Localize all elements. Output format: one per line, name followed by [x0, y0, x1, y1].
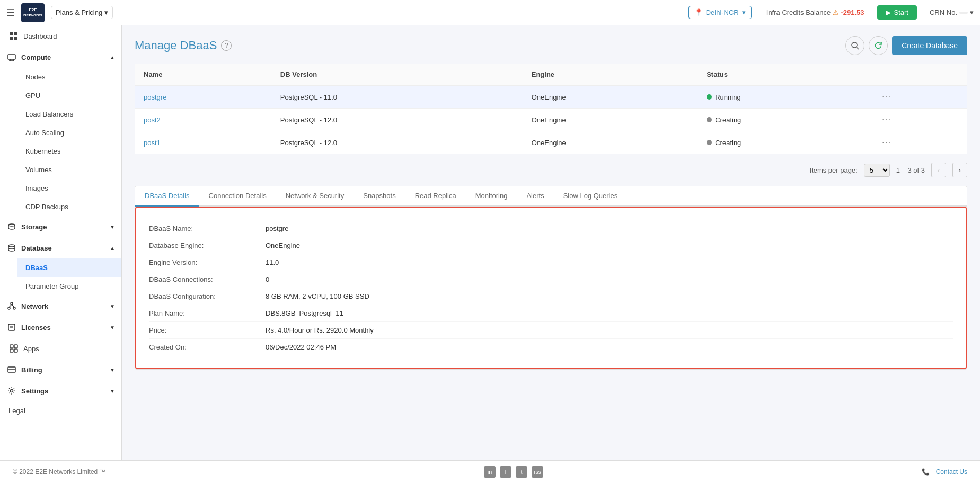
sidebar-item-dashboard[interactable]: Dashboard: [0, 25, 121, 47]
more-options-button[interactable]: ···: [882, 115, 892, 124]
sidebar-section-storage[interactable]: Storage ▼: [0, 216, 121, 237]
start-icon: ▶: [886, 8, 891, 16]
details-panel: DBaaS Name: postgre Database Engine: One…: [135, 207, 967, 369]
tab-snapshots[interactable]: Snapshots: [354, 186, 405, 207]
status-label: Running: [715, 93, 740, 101]
svg-point-12: [13, 307, 15, 309]
start-button[interactable]: ▶ Start: [877, 5, 917, 20]
search-button[interactable]: [845, 36, 864, 55]
tab-connection-details[interactable]: Connection Details: [199, 186, 276, 207]
plans-pricing-label: Plans & Pricing: [56, 8, 102, 16]
detail-label: Price:: [149, 326, 266, 334]
cell-status: Running: [698, 85, 873, 109]
detail-label: Engine Version:: [149, 258, 266, 266]
items-per-page-label: Items per page:: [809, 166, 857, 174]
sidebar-item-cdp-backups[interactable]: CDP Backups: [17, 198, 121, 216]
svg-rect-3: [14, 37, 17, 40]
cell-more[interactable]: ···: [873, 85, 967, 109]
sidebar-item-volumes[interactable]: Volumes: [17, 160, 121, 179]
crn-value: [959, 12, 968, 14]
topbar: ☰ E2E Networks Plans & Pricing ▾ 📍 Delhi…: [0, 0, 980, 25]
twitter-icon[interactable]: t: [516, 466, 527, 478]
pagination-next-button[interactable]: ›: [952, 163, 967, 177]
items-per-page-select[interactable]: 5 10 25: [864, 164, 890, 177]
cell-name[interactable]: post1: [135, 131, 272, 154]
cell-more[interactable]: ···: [873, 131, 967, 154]
footer: © 2022 E2E Networks Limited ™ in f t rss…: [0, 460, 980, 483]
table-row[interactable]: post1 PostgreSQL - 12.0 OneEngine Creati…: [135, 131, 967, 154]
table-row[interactable]: postgre PostgreSQL - 11.0 OneEngine Runn…: [135, 85, 967, 109]
sidebar-item-load-balancers[interactable]: Load Balancers: [17, 105, 121, 123]
col-engine: Engine: [523, 64, 698, 86]
sidebar-item-auto-scaling[interactable]: Auto Scaling: [17, 123, 121, 142]
licenses-label: Licenses: [21, 324, 51, 332]
main-content: Manage DBaaS ? Create Database Name DB V…: [122, 25, 980, 460]
sidebar-section-compute[interactable]: Compute ▲: [0, 47, 121, 68]
details-tabs: DBaaS DetailsConnection DetailsNetwork &…: [135, 186, 967, 207]
cell-name[interactable]: post2: [135, 109, 272, 131]
rss-icon[interactable]: rss: [532, 466, 543, 478]
svg-rect-22: [8, 367, 15, 372]
col-status: Status: [698, 64, 873, 86]
refresh-button[interactable]: [869, 36, 888, 55]
more-options-button[interactable]: ···: [882, 92, 892, 102]
sidebar-section-network[interactable]: Network ▼: [0, 296, 121, 317]
database-table: Name DB Version Engine Status postgre Po…: [135, 64, 967, 154]
pagination-prev-button[interactable]: ‹: [931, 163, 946, 177]
sidebar-section-database[interactable]: Database ▲: [0, 237, 121, 258]
sidebar-item-kubernetes[interactable]: Kubernetes: [17, 142, 121, 160]
svg-point-24: [11, 390, 13, 392]
table-row[interactable]: post2 PostgreSQL - 12.0 OneEngine Creati…: [135, 109, 967, 131]
cell-more[interactable]: ···: [873, 109, 967, 131]
more-options-button[interactable]: ···: [882, 138, 892, 147]
svg-rect-0: [10, 32, 13, 35]
contact-us-link[interactable]: Contact Us: [936, 468, 967, 476]
tab-monitoring[interactable]: Monitoring: [466, 186, 517, 207]
tab-alerts[interactable]: Alerts: [517, 186, 553, 207]
detail-label: Plan Name:: [149, 309, 266, 317]
tab-read-replica[interactable]: Read Replica: [405, 186, 466, 207]
detail-value: Rs. 4.0/Hour or Rs. 2920.0 Monthly: [266, 326, 374, 334]
footer-copyright: © 2022 E2E Networks Limited ™: [13, 468, 106, 476]
sidebar-section-licenses[interactable]: Licenses ▼: [0, 317, 121, 338]
sidebar-item-dbaas[interactable]: DBaaS: [17, 258, 121, 277]
sidebar-section-billing[interactable]: Billing ▼: [0, 359, 121, 380]
sidebar-section-settings[interactable]: Settings ▼: [0, 380, 121, 401]
detail-row: Database Engine: OneEngine: [149, 237, 953, 254]
tab-network-security[interactable]: Network & Security: [276, 186, 354, 207]
detail-value: 06/Dec/2022 02:46 PM: [266, 343, 336, 351]
create-database-button[interactable]: Create Database: [892, 36, 967, 55]
menu-icon[interactable]: ☰: [6, 7, 15, 19]
network-label: Network: [21, 302, 48, 310]
svg-rect-1: [14, 32, 17, 35]
credits-amount: -291.53: [841, 8, 864, 16]
col-db-version: DB Version: [272, 64, 523, 86]
pagination-range: 1 – 3 of 3: [896, 166, 925, 174]
sidebar-item-legal[interactable]: Legal: [0, 401, 121, 420]
apps-icon: [8, 343, 19, 354]
sidebar-item-gpu[interactable]: GPU: [17, 86, 121, 105]
detail-label: DBaaS Name:: [149, 225, 266, 232]
svg-point-9: [8, 245, 15, 247]
cell-status: Creating: [698, 109, 873, 131]
svg-point-25: [852, 42, 857, 48]
sidebar-item-nodes[interactable]: Nodes: [17, 68, 121, 86]
cell-name[interactable]: postgre: [135, 85, 272, 109]
sidebar-item-images[interactable]: Images: [17, 179, 121, 198]
location-selector[interactable]: 📍 Delhi-NCR ▾: [688, 6, 752, 19]
sidebar-item-apps[interactable]: Apps: [0, 338, 121, 359]
database-label: Database: [21, 244, 52, 252]
plans-pricing-nav[interactable]: Plans & Pricing ▾: [51, 6, 113, 19]
tab-slow-log[interactable]: Slow Log Queries: [554, 186, 628, 207]
svg-rect-18: [10, 345, 13, 348]
tab-dbaas-details[interactable]: DBaaS Details: [135, 186, 199, 207]
col-name: Name: [135, 64, 272, 86]
detail-label: DBaaS Configuration:: [149, 292, 266, 300]
help-icon[interactable]: ?: [221, 40, 232, 51]
legal-label: Legal: [8, 407, 25, 415]
detail-value: postgre: [266, 225, 288, 232]
sidebar-item-parameter-group[interactable]: Parameter Group: [17, 277, 121, 296]
linkedin-icon[interactable]: in: [484, 466, 496, 478]
detail-value: 8 GB RAM, 2 vCPU, 100 GB SSD: [266, 292, 369, 300]
facebook-icon[interactable]: f: [500, 466, 511, 478]
